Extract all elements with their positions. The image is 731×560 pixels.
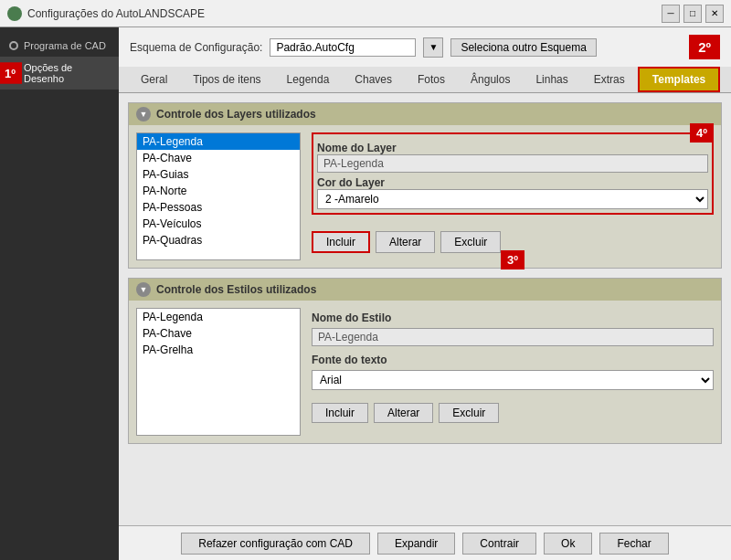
scheme-dropdown-btn[interactable]: ▼: [423, 37, 443, 58]
title-bar: Configurações do AutoLANDSCAPE ─ □ ✕: [0, 0, 731, 27]
styles-buttons: Incluir Alterar Excluir: [312, 403, 714, 423]
layers-title: Controle dos Layers utilizados: [156, 108, 316, 121]
layers-body: PA-Legenda PA-Chave PA-Guias PA-Norte PA…: [129, 125, 721, 268]
scheme-label: Esquema de Configuração:: [130, 41, 262, 54]
content-area: Esquema de Configuração: ▼ Seleciona out…: [119, 27, 731, 560]
refazer-button[interactable]: Refazer configuração com CAD: [181, 533, 370, 555]
list-item[interactable]: PA-Veículos: [137, 216, 300, 232]
list-item[interactable]: PA-Norte: [137, 183, 300, 199]
tab-fotos[interactable]: Fotos: [405, 67, 458, 92]
scheme-input[interactable]: [270, 38, 416, 57]
layers-collapse-btn[interactable]: ▼: [136, 107, 151, 122]
minimize-button[interactable]: ─: [662, 5, 680, 23]
list-item[interactable]: PA-Chave: [137, 325, 300, 342]
tab-extras[interactable]: Extras: [581, 67, 638, 92]
styles-body: PA-Legenda PA-Chave PA-Grelha Nome do Es…: [129, 301, 721, 443]
tab-linhas[interactable]: Linhas: [523, 67, 580, 92]
sidebar-item-desenho[interactable]: Opções de Desenho 1º: [0, 57, 119, 90]
app-icon: [7, 6, 22, 21]
header-row: Esquema de Configuração: ▼ Seleciona out…: [119, 27, 731, 67]
list-item[interactable]: PA-Pessoas: [137, 199, 300, 216]
tab-legenda[interactable]: Legenda: [274, 67, 343, 92]
styles-include-button[interactable]: Incluir: [312, 403, 368, 423]
sidebar: Programa de CAD Opções de Desenho 1º: [0, 27, 119, 560]
list-item[interactable]: PA-Grelha: [137, 342, 300, 358]
list-item[interactable]: PA-Legenda: [137, 133, 300, 150]
styles-collapse-btn[interactable]: ▼: [136, 282, 151, 297]
layer-color-label: Cor do Layer: [317, 176, 708, 189]
bottom-bar: Refazer configuração com CAD Expandir Co…: [119, 525, 731, 560]
badge-3: 3º: [501, 250, 524, 269]
badge-2: 2º: [689, 35, 720, 59]
styles-alter-button[interactable]: Alterar: [374, 403, 433, 423]
styles-header: ▼ Controle dos Estilos utilizados: [129, 279, 721, 301]
list-item[interactable]: PA-Quadras: [137, 232, 300, 248]
tab-geral[interactable]: Geral: [128, 67, 180, 92]
ok-button[interactable]: Ok: [544, 533, 592, 555]
select-scheme-button[interactable]: Seleciona outro Esquema: [450, 38, 596, 57]
styles-form: Nome do Estilo Fonte do texto Arial Incl…: [312, 308, 714, 436]
tab-tipos-itens[interactable]: Tipos de itens: [180, 67, 273, 92]
styles-exclude-button[interactable]: Excluir: [439, 403, 499, 423]
contrair-button[interactable]: Contrair: [462, 533, 536, 555]
list-item[interactable]: PA-Legenda: [137, 309, 300, 325]
style-name-label: Nome do Estilo: [312, 312, 714, 324]
badge-1: 1º: [0, 63, 22, 84]
styles-section: ▼ Controle dos Estilos utilizados PA-Leg…: [128, 278, 722, 444]
maximize-button[interactable]: □: [683, 5, 702, 23]
tabs-row: Geral Tipos de itens Legenda Chaves Foto…: [119, 67, 731, 93]
list-item[interactable]: PA-Chave: [137, 150, 300, 166]
layers-section: ▼ Controle dos Layers utilizados PA-Lege…: [128, 102, 722, 269]
tab-angulos[interactable]: Ângulos: [458, 67, 523, 92]
fechar-button[interactable]: Fechar: [599, 533, 668, 555]
sidebar-label-cad: Programa de CAD: [24, 40, 106, 51]
expandir-button[interactable]: Expandir: [377, 533, 455, 555]
layer-name-input[interactable]: [317, 154, 708, 173]
sidebar-label-desenho: Opções de Desenho: [24, 62, 110, 84]
layers-include-button[interactable]: Incluir: [312, 231, 370, 253]
layers-alter-button[interactable]: Alterar: [376, 231, 435, 253]
window-controls: ─ □ ✕: [662, 5, 724, 23]
close-button[interactable]: ✕: [705, 5, 724, 23]
styles-list[interactable]: PA-Legenda PA-Chave PA-Grelha: [136, 308, 301, 436]
tab-chaves[interactable]: Chaves: [342, 67, 405, 92]
badge-4: 4º: [690, 123, 714, 143]
panels-area: ▼ Controle dos Layers utilizados PA-Lege…: [119, 93, 731, 525]
styles-title: Controle dos Estilos utilizados: [156, 283, 316, 296]
list-item[interactable]: PA-Guias: [137, 166, 300, 183]
layers-exclude-button[interactable]: Excluir: [440, 231, 501, 253]
layers-list[interactable]: PA-Legenda PA-Chave PA-Guias PA-Norte PA…: [136, 132, 301, 260]
radio-cad: [9, 41, 18, 50]
sidebar-item-cad[interactable]: Programa de CAD: [0, 35, 119, 57]
window-title: Configurações do AutoLANDSCAPE: [27, 7, 205, 20]
main-container: Programa de CAD Opções de Desenho 1º Esq…: [0, 27, 731, 560]
layer-color-select[interactable]: 2 -Amarelo: [317, 189, 708, 209]
style-name-input[interactable]: [312, 328, 714, 346]
layer-name-label: Nome do Layer: [317, 142, 708, 154]
layers-header: ▼ Controle dos Layers utilizados: [129, 103, 721, 125]
style-font-select[interactable]: Arial: [312, 370, 714, 390]
layers-form: 4º Nome do Layer Cor do Layer 2 -Amarelo…: [312, 132, 714, 260]
style-font-label: Fonte do texto: [312, 354, 714, 366]
tab-templates[interactable]: Templates: [638, 67, 720, 92]
